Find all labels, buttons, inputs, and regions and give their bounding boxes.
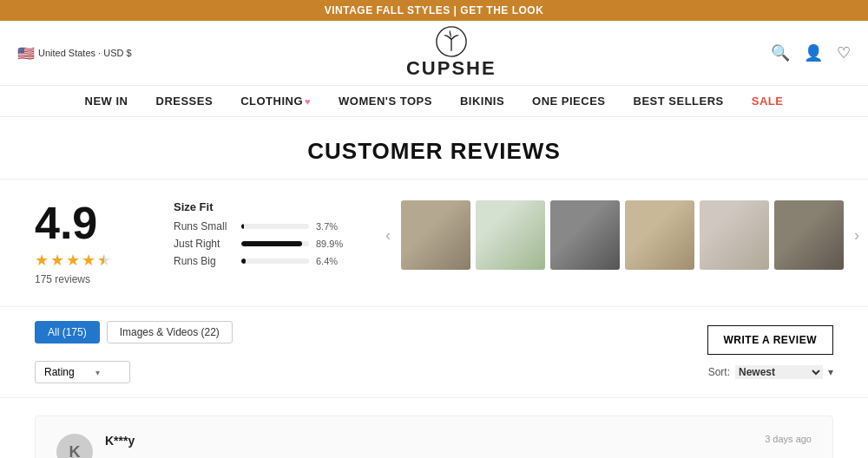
review-count: 175 reviews — [35, 273, 139, 285]
nav-one-pieces[interactable]: ONE PIECES — [532, 95, 605, 108]
sizefit-bar-small-fill — [241, 224, 244, 229]
photo-strip-wrapper: ‹ › — [382, 200, 863, 270]
filter-right: WRITE A REVIEW Sort: Newest Oldest Highe… — [707, 325, 833, 379]
sizefit-pct-big: 6.4% — [316, 256, 347, 266]
reviewer-name: K***y — [105, 434, 135, 448]
nav-new-in[interactable]: NEW IN — [85, 95, 128, 108]
rating-dropdown[interactable]: Rating ▾ — [35, 361, 130, 383]
logo-palm-icon — [436, 26, 467, 57]
strip-next-arrow[interactable]: › — [851, 226, 863, 245]
star-4-icon: ★ — [82, 251, 95, 270]
sizefit-row-right: Just Right 89.9% — [174, 238, 347, 250]
review-photo-4[interactable] — [625, 200, 694, 270]
header: 🇺🇸 United States · USD $ CUPSHE 🔍 👤 ♡ — [0, 21, 868, 86]
rating-score: 4.9 — [35, 200, 139, 245]
sizefit-bar-right-fill — [241, 241, 302, 246]
reviewer-info: K***y — [105, 434, 135, 448]
sizefit-pct-right: 89.9% — [316, 239, 347, 249]
reviews-summary: 4.9 ★ ★ ★ ★ ★★ 175 reviews Size Fit Runs… — [0, 180, 868, 307]
star-1-icon: ★ — [35, 251, 49, 270]
overall-rating-block: 4.9 ★ ★ ★ ★ ★★ 175 reviews — [35, 200, 139, 285]
main-nav: NEW IN DRESSES CLOTHING ♥ WOMEN'S TOPS B… — [0, 86, 868, 117]
sizefit-row-small: Runs Small 3.7% — [174, 220, 347, 232]
nav-best-sellers[interactable]: BEST SELLERS — [634, 95, 724, 108]
top-banner[interactable]: VINTAGE FALL STYLES | GET THE LOOK — [0, 0, 868, 21]
photo-strip — [401, 200, 844, 270]
review-card-header: K K***y — [56, 434, 812, 458]
sizefit-bar-small-bg — [241, 224, 309, 229]
clothing-heart-icon: ♥ — [305, 96, 311, 107]
logo[interactable]: CUPSHE — [406, 26, 496, 80]
logo-text: CUPSHE — [406, 57, 496, 80]
review-card: K K***y ★ ★ ★ ★ ★ Beautiful Love this dr… — [35, 415, 833, 458]
review-date: 3 days ago — [765, 434, 812, 444]
sizefit-label-small: Runs Small — [174, 220, 234, 232]
write-review-button[interactable]: WRITE A REVIEW — [707, 325, 833, 355]
star-3-icon: ★ — [66, 251, 80, 270]
size-fit-block: Size Fit Runs Small 3.7% Just Right 89.9… — [174, 200, 347, 272]
review-photo-5[interactable] — [700, 200, 769, 270]
filter-row: All (175) Images & Videos (22) Rating ▾ … — [0, 307, 868, 398]
tab-images-videos[interactable]: Images & Videos (22) — [107, 321, 233, 344]
sizefit-bar-big-bg — [241, 258, 309, 264]
nav-dresses[interactable]: DRESSES — [156, 95, 214, 108]
search-icon[interactable]: 🔍 — [771, 43, 790, 62]
reviewer-avatar: K — [56, 434, 93, 458]
locale-selector[interactable]: 🇺🇸 United States · USD $ — [17, 45, 132, 62]
nav-sale[interactable]: SALE — [752, 95, 784, 108]
rating-dropdown-label: Rating — [44, 366, 75, 378]
reviews-list: K K***y ★ ★ ★ ★ ★ Beautiful Love this dr… — [0, 398, 868, 458]
nav-womens-tops[interactable]: WOMEN'S TOPS — [339, 95, 432, 108]
wishlist-icon[interactable]: ♡ — [837, 43, 851, 62]
rating-stars: ★ ★ ★ ★ ★★ — [35, 251, 139, 270]
sizefit-label-big: Runs Big — [174, 255, 234, 267]
sizefit-row-big: Runs Big 6.4% — [174, 255, 347, 267]
nav-bikinis[interactable]: BIKINIS — [460, 95, 504, 108]
locale-text: United States · USD $ — [38, 48, 132, 58]
banner-text: VINTAGE FALL STYLES | GET THE LOOK — [325, 4, 544, 16]
review-photo-2[interactable] — [476, 200, 545, 270]
sort-row: Sort: Newest Oldest Highest Rated Lowest… — [708, 365, 833, 379]
account-icon[interactable]: 👤 — [804, 43, 823, 62]
filter-left: All (175) Images & Videos (22) Rating ▾ — [35, 321, 233, 383]
star-5-icon: ★★ — [97, 251, 111, 270]
tab-all[interactable]: All (175) — [35, 321, 100, 344]
review-photo-6[interactable] — [774, 200, 844, 270]
nav-clothing[interactable]: CLOTHING ♥ — [240, 95, 311, 108]
sort-select[interactable]: Newest Oldest Highest Rated Lowest Rated — [735, 365, 823, 379]
header-icons: 🔍 👤 ♡ — [771, 43, 851, 62]
sort-label: Sort: — [708, 366, 730, 378]
review-photo-3[interactable] — [550, 200, 620, 270]
sizefit-bar-big-fill — [241, 258, 246, 264]
strip-prev-arrow[interactable]: ‹ — [382, 226, 394, 245]
dropdown-arrow-icon: ▾ — [95, 368, 100, 377]
page-title-area: CUSTOMER REVIEWS — [0, 117, 868, 180]
sizefit-pct-small: 3.7% — [316, 221, 347, 232]
size-fit-title: Size Fit — [174, 200, 347, 213]
star-2-icon: ★ — [50, 251, 64, 270]
sizefit-label-right: Just Right — [174, 238, 234, 250]
sort-chevron-icon: ▾ — [828, 366, 833, 378]
sizefit-bar-right-bg — [241, 241, 309, 246]
review-photo-1[interactable] — [401, 200, 470, 270]
page-title: CUSTOMER REVIEWS — [0, 138, 868, 165]
tab-row: All (175) Images & Videos (22) — [35, 321, 233, 344]
